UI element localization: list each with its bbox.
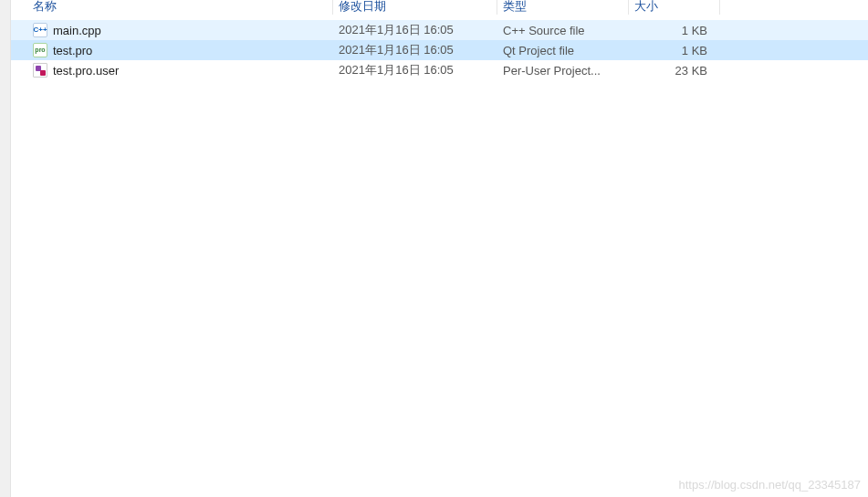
file-type-cell: Qt Project file — [497, 44, 629, 57]
column-header-size[interactable]: 大小 — [629, 0, 720, 15]
qt-project-file-icon: pro — [33, 43, 47, 57]
file-row[interactable]: pro test.pro 2021年1月16日 16:05 Qt Project… — [11, 40, 868, 60]
file-name-label: test.pro.user — [53, 64, 119, 78]
file-name-label: main.cpp — [53, 24, 101, 37]
column-header-type[interactable]: 类型 — [497, 0, 629, 15]
file-explorer-pane: 名称 修改日期 类型 大小 C++ main.cpp 2021年1月16日 16… — [11, 0, 868, 497]
left-margin-strip — [0, 0, 11, 497]
file-type-cell: C++ Source file — [497, 24, 629, 37]
file-type-cell: Per-User Project... — [497, 64, 629, 78]
file-size-cell: 1 KB — [629, 44, 720, 57]
file-size-cell: 1 KB — [629, 24, 720, 37]
column-header-date[interactable]: 修改日期 — [333, 0, 497, 15]
file-date-cell: 2021年1月16日 16:05 — [333, 22, 497, 38]
file-date-cell: 2021年1月16日 16:05 — [333, 42, 497, 58]
file-size-cell: 23 KB — [629, 64, 720, 78]
cpp-file-icon: C++ — [33, 23, 47, 37]
column-header-name[interactable]: 名称 — [27, 0, 333, 15]
file-name-label: test.pro — [53, 44, 92, 57]
file-name-cell: test.pro.user — [27, 63, 333, 78]
file-list: C++ main.cpp 2021年1月16日 16:05 C++ Source… — [11, 15, 868, 497]
file-date-cell: 2021年1月16日 16:05 — [333, 62, 497, 78]
file-row[interactable]: test.pro.user 2021年1月16日 16:05 Per-User … — [11, 60, 868, 80]
user-settings-file-icon — [33, 63, 47, 78]
file-name-cell: C++ main.cpp — [27, 23, 333, 37]
file-row[interactable]: C++ main.cpp 2021年1月16日 16:05 C++ Source… — [11, 20, 868, 40]
file-name-cell: pro test.pro — [27, 43, 333, 57]
column-header-row: 名称 修改日期 类型 大小 — [11, 0, 868, 15]
